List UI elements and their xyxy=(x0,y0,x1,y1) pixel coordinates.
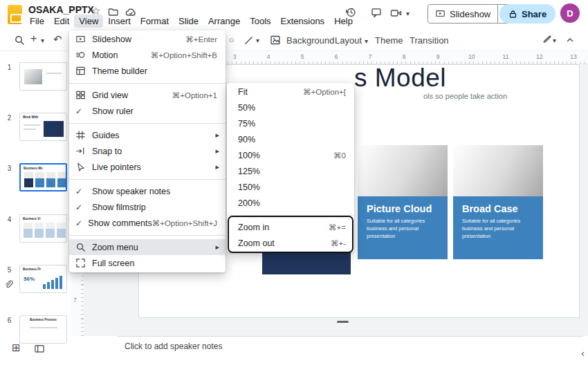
grid-view-icon[interactable]: ⊞ xyxy=(12,341,21,354)
menu-item-show-ruler[interactable]: ✓ Show ruler xyxy=(69,103,226,119)
submenu-arrow-icon: ▸ xyxy=(215,147,226,156)
slide-thumbnail-2[interactable]: Work With xyxy=(19,113,67,141)
line-tool-icon[interactable] xyxy=(244,35,254,46)
slide-card-picture-cloud[interactable]: Picture Cloud Suitable for all categorie… xyxy=(358,145,448,259)
speaker-notes-placeholder[interactable]: Click to add speaker notes xyxy=(125,341,222,351)
pen-tool-caret-icon[interactable]: ▾ xyxy=(553,37,556,44)
document-title[interactable]: OSAKA_PPTX xyxy=(28,4,94,15)
fullscreen-icon xyxy=(75,258,92,268)
menu-item-snap-to[interactable]: Snap to ▸ xyxy=(69,143,226,159)
filmstrip-view-icon[interactable] xyxy=(34,344,45,354)
menu-item-live-pointers[interactable]: Live pointers ▸ xyxy=(69,159,226,175)
menu-view[interactable]: View xyxy=(74,15,103,28)
avatar[interactable]: D xyxy=(560,3,580,23)
ruler-number: 5 xyxy=(301,53,304,60)
menu-item-zoom-in[interactable]: Zoom in ⌘+= xyxy=(227,219,354,235)
share-button[interactable]: Share xyxy=(499,4,555,24)
thumb-title: Business Vi xyxy=(23,217,40,221)
pen-tool-icon[interactable] xyxy=(541,35,552,46)
thumb-title: Work With xyxy=(23,115,38,119)
menu-item-zoom-200[interactable]: 200% xyxy=(227,195,354,211)
thumb-title: Business Process xyxy=(30,318,57,321)
thumb-decoration xyxy=(24,129,36,130)
menu-item-show-comments[interactable]: ✓ Show comments ⌘+Option+Shift+J xyxy=(69,215,226,231)
thumb-decoration xyxy=(24,69,42,84)
card-title: Broad Case xyxy=(462,203,534,214)
menu-separator xyxy=(227,215,354,216)
menu-insert[interactable]: Insert xyxy=(103,15,136,28)
slide-number: 6 xyxy=(3,317,15,324)
transition-button[interactable]: Transition xyxy=(410,35,449,46)
slide-thumbnail-5[interactable]: Business Pr 56% xyxy=(19,265,67,293)
speaker-notes-divider[interactable] xyxy=(118,336,583,337)
card-title: Picture Cloud xyxy=(367,203,439,214)
slide-thumbnail-4[interactable]: Business Vi xyxy=(19,214,67,243)
menu-item-show-filmstrip[interactable]: ✓ Show filmstrip xyxy=(69,199,226,215)
menu-item-zoom-50[interactable]: 50% xyxy=(227,100,354,115)
menu-item-show-speaker-notes[interactable]: ✓ Show speaker notes xyxy=(69,183,226,199)
image-tool-icon[interactable] xyxy=(270,35,281,46)
slide-thumbnail-6[interactable]: Business Process xyxy=(19,315,67,344)
menu-item-motion[interactable]: Motion ⌘+Option+Shift+B xyxy=(69,47,226,63)
check-icon: ✓ xyxy=(75,106,92,116)
menu-item-zoom-menu[interactable]: Zoom menu ▸ xyxy=(69,239,226,255)
line-tool-caret-icon[interactable]: ▾ xyxy=(256,37,259,44)
menu-separator xyxy=(69,83,226,84)
zoom-add-caret-icon[interactable]: ▾ xyxy=(41,37,44,44)
share-button-label: Share xyxy=(522,9,546,19)
meeting-caret-icon[interactable]: ▾ xyxy=(406,10,410,17)
present-to-meeting-icon[interactable] xyxy=(390,8,402,19)
slide-title-text[interactable]: s Model xyxy=(354,64,446,93)
theme-button[interactable]: Theme xyxy=(375,35,403,46)
menu-extensions[interactable]: Extensions xyxy=(276,15,330,28)
menu-arrange[interactable]: Arrange xyxy=(203,15,245,28)
card-image xyxy=(358,145,448,196)
ruler-number: 3 xyxy=(233,53,237,60)
slide-subtitle-text[interactable]: ols so people take action xyxy=(423,92,507,100)
thumb-decoration xyxy=(24,172,33,187)
menu-item-fit[interactable]: Fit ⌘+Option+[ xyxy=(227,84,354,100)
slideshow-icon xyxy=(75,35,92,44)
zoom-add-icon[interactable]: + xyxy=(30,32,37,45)
menu-separator xyxy=(69,179,226,180)
shape-tool-icon[interactable]: ○ xyxy=(229,35,235,45)
collapse-toolbar-icon[interactable] xyxy=(566,36,574,44)
slide-thumbnail-3[interactable]: Business Mo xyxy=(19,163,67,191)
menu-item-full-screen[interactable]: Full screen xyxy=(69,255,226,271)
menu-item-zoom-90[interactable]: 90% xyxy=(227,131,354,147)
menu-slide[interactable]: Slide xyxy=(174,15,203,28)
background-button[interactable]: Background xyxy=(286,35,334,46)
menu-item-zoom-125[interactable]: 125% xyxy=(227,163,354,179)
ruler-number: 7 xyxy=(73,297,77,303)
thumb-decoration xyxy=(35,223,44,238)
slide-card-broad-case[interactable]: Broad Case Suitable for all categories b… xyxy=(453,145,543,259)
undo-icon[interactable]: ↶ xyxy=(53,33,62,46)
search-icon[interactable] xyxy=(14,35,25,46)
collapse-panel-icon[interactable]: ‹ xyxy=(581,347,585,359)
menu-item-grid-view[interactable]: Grid view ⌘+Option+1 xyxy=(69,87,226,103)
menu-separator xyxy=(69,235,226,236)
menu-item-theme-builder[interactable]: Theme builder xyxy=(69,63,226,79)
menu-item-slideshow[interactable]: Slideshow ⌘+Enter xyxy=(69,31,226,47)
pointer-icon xyxy=(75,162,92,172)
submenu-arrow-icon: ▸ xyxy=(215,131,226,140)
layout-button[interactable]: Layout xyxy=(335,35,362,46)
horizontal-scrollbar-thumb[interactable] xyxy=(337,321,349,323)
slide-thumbnail-1[interactable] xyxy=(19,62,67,91)
menu-format[interactable]: Format xyxy=(136,15,174,28)
menu-file[interactable]: File xyxy=(25,15,49,28)
version-history-icon[interactable] xyxy=(344,6,357,19)
menu-item-zoom-100[interactable]: 100% ⌘0 xyxy=(227,147,354,163)
menu-item-zoom-out[interactable]: Zoom out ⌘+- xyxy=(227,235,354,251)
menu-item-guides[interactable]: Guides ▸ xyxy=(69,127,226,143)
submenu-arrow-icon: ▸ xyxy=(215,162,226,171)
menu-edit[interactable]: Edit xyxy=(49,15,74,28)
ruler-number: 7 xyxy=(369,53,372,60)
menu-item-zoom-75[interactable]: 75% xyxy=(227,115,354,131)
comments-icon[interactable] xyxy=(371,7,382,18)
layout-caret-icon[interactable]: ▾ xyxy=(365,37,368,45)
attachment-icon xyxy=(3,279,14,290)
submenu-arrow-icon: ▸ xyxy=(215,243,226,252)
menu-item-zoom-150[interactable]: 150% xyxy=(227,179,354,195)
menu-tools[interactable]: Tools xyxy=(245,15,275,28)
